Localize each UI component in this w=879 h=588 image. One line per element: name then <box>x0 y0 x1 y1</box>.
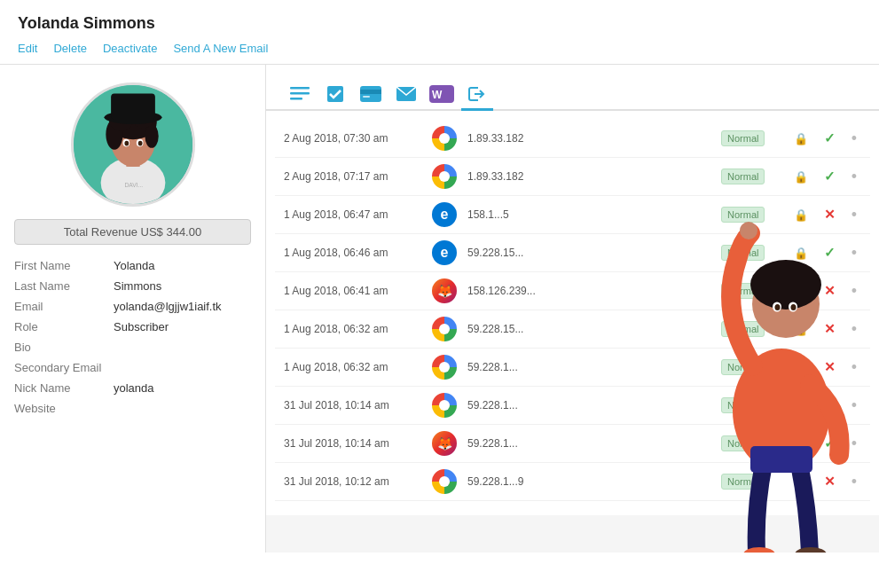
table-row: 31 Jul 2018, 10:14 am59.228.1...Normal🔒✓… <box>275 387 870 425</box>
ip-address: 59.228.15... <box>467 247 714 259</box>
table-row: 2 Aug 2018, 07:30 am1.89.33.182Normal🔒✓• <box>275 120 870 158</box>
row-dot: • <box>847 473 861 491</box>
svg-rect-18 <box>290 98 302 100</box>
lock-icon: 🔒 <box>790 475 812 489</box>
tabs-bar: W <box>266 79 879 111</box>
first-name-value: Yolanda <box>114 259 251 272</box>
status-badge: Normal <box>721 474 783 490</box>
ip-address: 59.228.1...9 <box>467 475 714 488</box>
avatar-container: DAVI... <box>14 82 251 207</box>
secondary-email-value <box>114 361 251 374</box>
chrome-icon <box>432 317 457 341</box>
status-badge: Normal <box>721 359 783 375</box>
svg-rect-22 <box>363 96 370 98</box>
lock-icon: 🔒 <box>790 361 812 374</box>
ip-address: 158.1...5 <box>467 208 714 221</box>
browser-icon: 🦊 <box>428 431 460 456</box>
lock-icon: 🔒 <box>790 132 812 145</box>
status-badge: Normal <box>721 130 783 146</box>
row-dot: • <box>847 358 861 377</box>
header-actions: Edit Delete Deactivate Send A New Email <box>18 42 861 55</box>
row-dot: • <box>847 320 861 339</box>
success-checkmark: ✓ <box>819 435 840 451</box>
login-date: 1 Aug 2018, 06:41 am <box>284 285 421 297</box>
login-date: 31 Jul 2018, 10:14 am <box>284 437 421 450</box>
edge-icon: e <box>432 202 457 227</box>
card-tab[interactable] <box>355 79 387 111</box>
avatar: DAVI... <box>71 82 195 207</box>
right-panel-wrapper: W 2 Aug 2018, 07:30 am1.89.33.182Normal🔒… <box>266 65 879 553</box>
bio-label: Bio <box>14 341 103 354</box>
svg-text:W: W <box>432 89 443 101</box>
tasks-tab[interactable] <box>319 79 351 111</box>
lock-icon: 🔒 <box>790 170 812 184</box>
row-dot: • <box>847 168 861 186</box>
lock-icon: 🔒 <box>790 437 812 451</box>
login-date: 1 Aug 2018, 06:47 am <box>284 208 421 221</box>
lock-icon: 🔒 <box>790 247 812 260</box>
browser-icon <box>428 355 460 380</box>
email-tab[interactable] <box>390 79 422 111</box>
success-checkmark: ✓ <box>819 245 840 261</box>
woo-tab[interactable]: W <box>426 79 458 111</box>
failure-cross: ✕ <box>819 359 840 375</box>
role-label: Role <box>14 320 103 333</box>
row-dot: • <box>847 206 861 224</box>
nick-name-label: Nick Name <box>14 381 103 395</box>
firefox-icon: 🦊 <box>432 431 457 456</box>
profile-tab[interactable] <box>284 79 316 111</box>
browser-icon: e <box>428 240 460 265</box>
edit-button[interactable]: Edit <box>18 42 37 55</box>
ip-address: 59.228.1... <box>467 437 714 450</box>
login-tab[interactable] <box>461 79 493 111</box>
left-panel: DAVI... Total Revenue US$ 344.00 First N… <box>0 65 266 553</box>
status-badge: Normal <box>721 169 783 184</box>
browser-icon <box>428 393 460 418</box>
first-name-label: First Name <box>14 259 103 272</box>
svg-point-29 <box>743 547 775 553</box>
ip-address: 59.228.15... <box>467 323 714 335</box>
table-row: 1 Aug 2018, 06:32 am59.228.15...Normal🔒✕… <box>275 310 870 349</box>
success-checkmark: ✓ <box>819 169 840 184</box>
login-date: 1 Aug 2018, 06:46 am <box>284 247 421 259</box>
ip-address: 1.89.33.182 <box>467 132 714 145</box>
login-date: 1 Aug 2018, 06:32 am <box>284 323 421 335</box>
deactivate-button[interactable]: Deactivate <box>103 42 157 55</box>
success-checkmark: ✓ <box>819 130 840 146</box>
nick-name-value: yolanda <box>114 381 251 395</box>
browser-icon <box>428 164 460 189</box>
login-history-table: 2 Aug 2018, 07:30 am1.89.33.182Normal🔒✓•… <box>266 120 879 501</box>
lock-icon: 🔒 <box>790 323 812 336</box>
ip-address: 1.89.33.182 <box>467 170 714 183</box>
website-value <box>114 402 251 415</box>
lock-icon: 🔒 <box>790 208 812 222</box>
status-badge: Normal <box>721 245 783 261</box>
role-value: Subscriber <box>114 320 251 333</box>
delete-button[interactable]: Delete <box>53 42 87 55</box>
svg-point-14 <box>137 141 142 146</box>
browser-icon <box>428 317 460 341</box>
svg-text:DAVI...: DAVI... <box>124 182 143 188</box>
login-date: 31 Jul 2018, 10:12 am <box>284 475 421 488</box>
failure-cross: ✕ <box>819 207 840 223</box>
header: Yolanda Simmons Edit Delete Deactivate S… <box>0 0 879 65</box>
revenue-badge: Total Revenue US$ 344.00 <box>14 219 251 245</box>
login-date: 2 Aug 2018, 07:17 am <box>284 170 421 183</box>
table-row: 31 Jul 2018, 10:12 am59.228.1...9Normal🔒… <box>275 463 870 501</box>
failure-cross: ✕ <box>819 474 840 490</box>
table-row: 31 Jul 2018, 10:14 am🦊59.228.1...Normal🔒… <box>275 425 870 463</box>
chrome-icon <box>432 393 457 418</box>
edge-icon: e <box>432 240 457 265</box>
send-email-button[interactable]: Send A New Email <box>173 42 268 55</box>
svg-rect-21 <box>360 90 381 94</box>
ip-address: 59.228.1... <box>467 399 714 412</box>
website-label: Website <box>14 402 103 415</box>
chrome-icon <box>432 164 457 189</box>
svg-point-13 <box>124 141 129 146</box>
browser-icon <box>428 469 460 494</box>
row-dot: • <box>847 282 861 301</box>
lock-icon: 🔒 <box>790 399 812 412</box>
chrome-icon <box>432 469 457 494</box>
row-dot: • <box>847 129 861 148</box>
table-row: 1 Aug 2018, 06:46 ame59.228.15...Normal🔒… <box>275 234 870 272</box>
